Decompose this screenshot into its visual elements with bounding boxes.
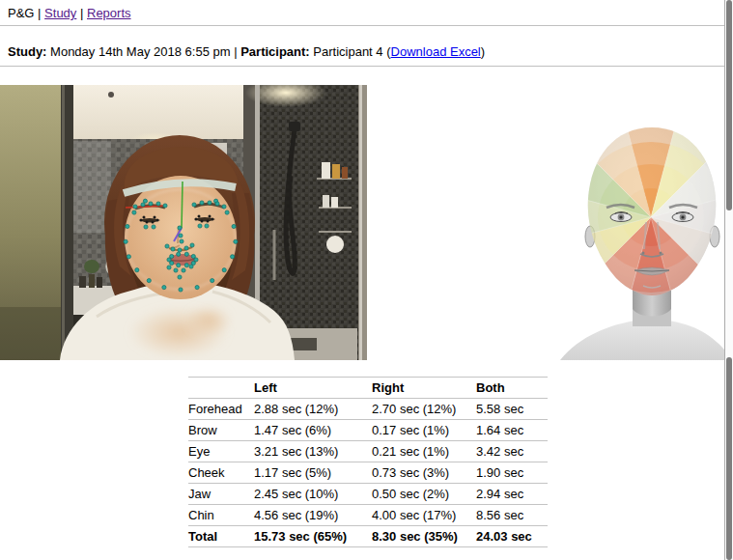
left-value: 1.17 sec (5%) [254,462,372,484]
right-value: 0.73 sec (3%) [372,462,476,484]
left-value: 1.47 sec (6%) [254,420,372,441]
left-value: 4.56 sec (19%) [254,505,372,526]
region-label: Forehead [188,399,254,420]
bottle [342,167,348,179]
header-region [188,378,254,399]
webcam-photo-svg [0,85,367,360]
top-navbar: P&G | Study | Reports [0,0,733,26]
region-label: Chin [188,505,254,526]
nav-separator: | [80,6,83,20]
nav-link-study[interactable]: Study [44,6,76,20]
header-both: Both [476,378,548,399]
bottle [332,164,340,179]
region-label: Eye [188,441,254,462]
region-label: Cheek [188,462,254,484]
shower-head [289,122,300,131]
ceiling-sprinkler [108,92,114,98]
table-row-forehead: Forehead 2.88 sec (12%) 2.70 sec (12%) 5… [188,399,548,420]
right-value: 8.30 sec (35%) [372,526,476,547]
header-left: Left [254,378,372,399]
table-header-row: Left Right Both [188,378,548,399]
left-value: 3.21 sec (13%) [254,441,372,462]
table-row-jaw: Jaw 2.45 sec (10%) 0.50 sec (2%) 2.94 se… [188,484,548,505]
participant-webcam-photo [0,85,367,360]
study-separator: | [234,44,237,59]
region-label: Total [188,526,254,547]
both-value: 2.94 sec [476,484,548,505]
right-value: 0.50 sec (2%) [372,484,476,505]
loofah [326,236,344,253]
both-value: 3.42 sec [476,441,548,462]
participant-label: Participant: [240,44,310,59]
both-value: 1.90 sec [476,462,548,484]
table-row-brow: Brow 1.47 sec (6%) 0.17 sec (1%) 1.64 se… [188,420,548,441]
face-heatmap-fan [560,126,729,312]
both-value: 24.03 sec [476,526,548,547]
study-label: Study: [8,44,46,59]
both-value: 5.58 sec [476,399,548,420]
bottle [322,162,330,179]
scrollbar-thumb-bottom[interactable] [726,357,732,560]
bottle [323,195,329,208]
bottle [331,197,338,208]
both-value: 8.56 sec [476,505,548,526]
nav-link-reports[interactable]: Reports [87,6,131,20]
left-value: 2.88 sec (12%) [254,399,372,420]
right-value: 0.21 sec (1%) [372,441,476,462]
region-label: Jaw [188,484,254,505]
tracking-axis-green [182,182,183,228]
table-row-cheek: Cheek 1.17 sec (5%) 0.73 sec (3%) 1.90 s… [188,462,548,484]
table-row-total: Total 15.73 sec (65%) 8.30 sec (35%) 24.… [188,526,548,547]
scrollbar-thumb-top[interactable] [726,0,732,210]
right-value: 2.70 sec (12%) [372,399,476,420]
face-heatmap-model [560,126,729,360]
left-value: 15.73 sec (65%) [254,526,372,547]
right-value: 4.00 sec (17%) [372,505,476,526]
participant-value: Participant 4 [313,44,382,59]
study-value: Monday 14th May 2018 6:55 pm [50,44,230,59]
scrollbar-track[interactable] [724,0,733,560]
table-row-eye: Eye 3.21 sec (13%) 0.21 sec (1%) 3.42 se… [188,441,548,462]
plant [84,260,99,273]
brand-label: P&G [8,6,34,20]
gaze-duration-table: Left Right Both Forehead 2.88 sec (12%) … [188,377,548,547]
header-right: Right [372,378,476,399]
report-page: { "nav": { "brand": "P&G", "separator": … [0,0,733,560]
study-info-bar: Study: Monday 14th May 2018 6:55 pm | Pa… [0,26,733,67]
nav-separator: | [38,6,41,20]
paren-close: ) [481,44,485,59]
download-excel-link[interactable]: Download Excel [391,44,481,59]
right-value: 0.17 sec (1%) [372,420,476,441]
left-value: 2.45 sec (10%) [254,484,372,505]
table-row-chin: Chin 4.56 sec (19%) 4.00 sec (17%) 8.56 … [188,505,548,526]
face-model-svg [560,126,729,360]
region-label: Brow [188,420,254,441]
both-value: 1.64 sec [476,420,548,441]
